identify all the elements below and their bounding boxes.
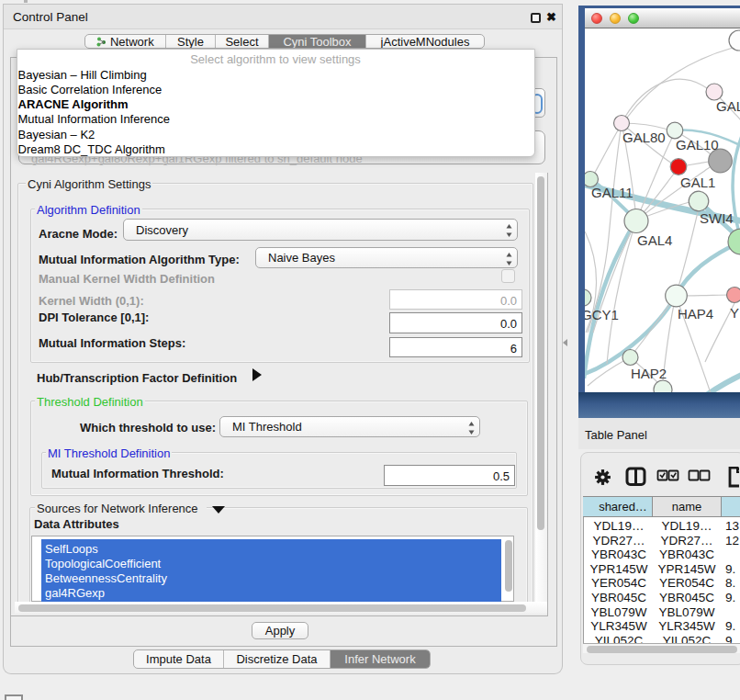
svg-text:HAP2: HAP2 — [631, 366, 667, 381]
svg-text:HAP4: HAP4 — [678, 306, 713, 322]
svg-text:GAL80: GAL80 — [622, 130, 666, 145]
svg-text:GAL11: GAL11 — [591, 185, 633, 200]
svg-text:Y: Y — [730, 305, 739, 321]
svg-text:GCY1: GCY1 — [585, 307, 619, 322]
svg-text:GAL10: GAL10 — [676, 137, 719, 152]
svg-text:SWI4: SWI4 — [700, 210, 734, 226]
svg-text:GAL1: GAL1 — [680, 175, 715, 190]
svg-text:GAL4: GAL4 — [637, 232, 672, 248]
svg-text:GAL: GAL — [716, 98, 740, 114]
